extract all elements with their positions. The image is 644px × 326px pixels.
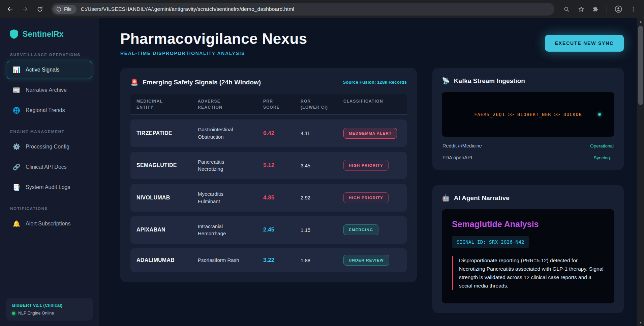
page-scrollbar[interactable]: ▲ ▼ [637,18,644,326]
app-body: SentinelRx SURVEILLANCE OPERATIONS 📊 Act… [0,18,644,326]
link-icon: 🔗 [12,163,21,171]
scroll-up-arrow[interactable]: ▲ [637,18,644,25]
page-title: Pharmacovigilance Nexus [120,30,307,47]
stream-name: Reddit /r/Medicine [442,143,482,148]
prr-cell: 4.85 [263,194,301,201]
sidebar-item-label: Narrative Archive [26,87,67,93]
page-subtitle: REAL-TIME DISPROPORTIONALITY ANALYSIS [120,51,307,56]
sidebar-item-clinical-api-docs[interactable]: 🔗 Clinical API Docs [7,158,92,176]
sidebar-item-active-signals[interactable]: 📊 Active Signals [7,61,92,79]
bell-icon: 🔔 [12,220,21,227]
ror-cell: 3.45 [301,163,343,168]
section-heading-notifications: NOTIFICATIONS [10,207,92,211]
prr-cell: 5.12 [263,162,301,169]
stream-status: Operational [590,143,614,148]
narrative-card: 🤖 AI Agent Narrative Semaglutide Analysi… [432,185,624,313]
entity-cell: ADALIMUMAB [136,257,198,263]
execute-sync-button[interactable]: EXECUTE NEW SYNC [545,35,624,52]
prr-cell: 2.45 [263,226,301,233]
file-chip[interactable]: File [53,5,76,14]
scroll-down-arrow[interactable]: ▼ [637,319,644,326]
nlp-engine-card: BioBERT v2.1 (Clinical) NLP Engine Onlin… [6,298,93,321]
menu-kebab-icon[interactable] [630,6,637,12]
stream-name: FDA openAPI [442,155,472,160]
signal-id-chip: SIGNAL_ID: SRX-2026-N42 [452,236,529,248]
column-header-entity: MEDICINAL ENTITY [136,98,198,110]
sidebar: SentinelRx SURVEILLANCE OPERATIONS 📊 Act… [0,18,99,326]
sidebar-item-system-audit-logs[interactable]: 📑 System Audit Logs [7,178,92,196]
kafka-card: 📡 Kafka Stream Ingestion FAERS_26Q1 >> B… [432,68,624,170]
table-row[interactable]: TIRZEPATIDE Gastrointestinal Obstruction… [130,119,407,147]
alert-siren-icon: 🚨 [130,78,139,86]
ror-cell: 2.92 [301,195,343,200]
back-button[interactable] [3,2,17,16]
chrome-toolbar-icons [559,5,641,13]
browser-chrome: File C:/Users/VILSEESHANDILYA/.gemini/an… [0,0,644,18]
ror-cell: 1.15 [301,227,343,233]
terminal-text: FAERS_26Q1 >> BIOBERT_NER >> DUCKDB [474,112,582,117]
extensions-icon[interactable] [592,6,599,13]
brand-name: SentinelRx [23,30,64,39]
nlp-engine-title: BioBERT v2.1 (Clinical) [12,303,87,308]
toolbar-separator [607,5,607,13]
sidebar-item-label: Clinical API Docs [26,164,67,170]
sidebar-item-label: Alert Subscriptions [26,221,70,227]
narrative-card-header: 🤖 AI Agent Narrative [442,194,614,202]
newspaper-icon: 📰 [12,86,21,94]
entity-cell: SEMAGLUTIDE [136,162,198,168]
zoom-icon[interactable] [563,6,570,13]
narrative-title: AI Agent Narrative [454,194,510,202]
right-column: 📡 Kafka Stream Ingestion FAERS_26Q1 >> B… [432,68,624,313]
globe-icon: 🌐 [12,107,21,114]
status-dot-icon [12,312,15,315]
nlp-status-text: NLP Engine Online [18,311,54,316]
profile-avatar[interactable] [614,5,622,13]
classification-badge: UNDER REVIEW [343,255,389,266]
info-icon [56,6,62,12]
prr-cell: 3.22 [263,257,301,264]
sidebar-item-label: Regional Trends [26,107,65,113]
reaction-cell: Myocarditis Fulminant [198,190,263,205]
table-header: MEDICINAL ENTITY ADVERSE REACTION PRR SC… [130,94,407,115]
reaction-cell: Intracranial Hemorrhage [198,223,263,238]
page-title-block: Pharmacovigilance Nexus REAL-TIME DISPRO… [120,30,307,56]
omnibox[interactable]: File C:/Users/VILSEESHANDILYA/.gemini/an… [51,3,554,16]
source-fusion-label: Source Fusion: 128k Records [343,80,407,85]
analysis-title: Semaglutide Analysis [452,219,604,229]
entity-cell: APIXABAN [136,227,198,233]
table-row[interactable]: SEMAGLUTIDE Pancreatitis Necrotizing 5.1… [130,152,407,180]
signals-card-header: 🚨 Emerging Safety Signals (24h Window) S… [130,78,407,86]
sidebar-item-processing-config[interactable]: ⚙️ Processing Config [7,138,92,156]
ror-cell: 4.11 [301,130,343,136]
entity-cell: NIVOLUMAB [136,195,198,201]
ror-cell: 1.88 [301,257,343,263]
column-header-prr: PRR SCORE [263,98,301,110]
table-row[interactable]: ADALIMUMAB Psoriasiform Rash 3.22 1.88 U… [130,248,407,272]
signals-card: 🚨 Emerging Safety Signals (24h Window) S… [120,68,417,282]
sidebar-item-regional-trends[interactable]: 🌐 Regional Trends [7,101,92,119]
column-header-ror: ROR (LOWER CI) [301,98,343,110]
classification-badge: MEDGEMMA ALERT [343,128,397,139]
stream-row: Reddit /r/Medicine Operational [442,143,614,148]
table-row[interactable]: APIXABAN Intracranial Hemorrhage 2.45 1.… [130,216,407,244]
scroll-thumb[interactable] [638,26,643,105]
forward-button[interactable] [18,2,32,16]
sidebar-item-label: Processing Config [26,144,69,150]
classification-badge: HIGH PRIORITY [343,160,389,171]
table-row[interactable]: NIVOLUMAB Myocarditis Fulminant 4.85 2.9… [130,184,407,212]
reload-button[interactable] [33,2,47,16]
sidebar-item-narrative-archive[interactable]: 📰 Narrative Archive [7,81,92,99]
sidebar-item-alert-subscriptions[interactable]: 🔔 Alert Subscriptions [7,215,92,233]
file-chip-label: File [64,6,72,12]
kafka-card-header: 📡 Kafka Stream Ingestion [442,77,614,85]
sidebar-item-label: System Audit Logs [26,184,70,190]
reaction-cell: Pancreatitis Necrotizing [198,158,263,173]
bar-chart-icon: 📊 [12,66,21,74]
kafka-title: Kafka Stream Ingestion [454,77,525,85]
narrative-body: Disproportionate reporting (PRR=5.12) de… [452,256,604,290]
bookmark-star-icon[interactable] [578,6,585,13]
prr-cell: 6.42 [263,130,301,137]
page-header: Pharmacovigilance Nexus REAL-TIME DISPRO… [120,30,624,56]
forward-arrow-icon [21,5,29,13]
section-heading-surveillance: SURVEILLANCE OPERATIONS [10,53,92,57]
